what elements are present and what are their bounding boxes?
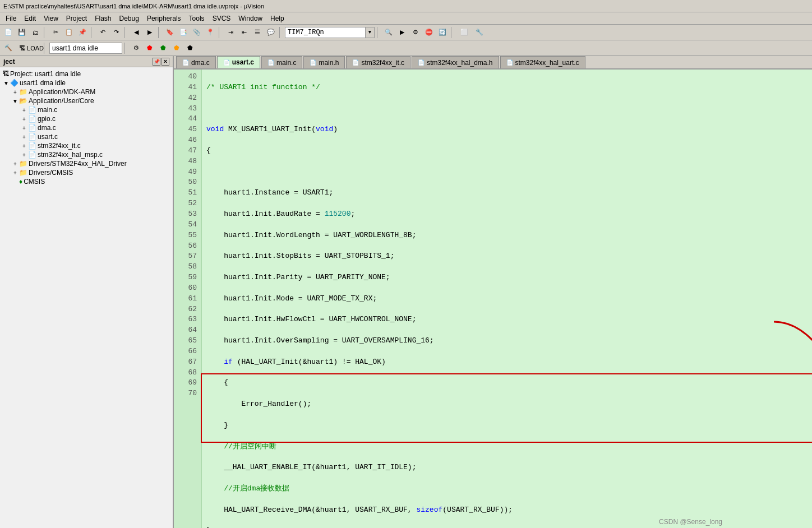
toolbar2: 🔨 🏗 LOAD ⚙ ⬟ ⬟ ⬟ ⬟ xyxy=(0,40,812,56)
menu-item-project[interactable]: Project xyxy=(63,13,90,24)
settings-btn[interactable]: 🔧 xyxy=(473,26,486,39)
tab-dmac[interactable]: 📄 dma.c xyxy=(176,56,216,68)
itc-label: stm32f4xx_it.c xyxy=(38,142,81,150)
copy-btn[interactable]: 📋 xyxy=(63,26,75,39)
itc-toggle[interactable]: + xyxy=(20,143,28,149)
save-btn[interactable]: 💾 xyxy=(16,26,28,39)
cut-btn[interactable]: ✂ xyxy=(49,26,62,39)
haldrv-toggle[interactable]: + xyxy=(11,161,19,167)
usartc-toggle[interactable]: + xyxy=(20,134,28,140)
sidebar-item-usercore[interactable]: ▼ 📂 Application/User/Core xyxy=(0,96,173,105)
bookmark4-btn[interactable]: 📍 xyxy=(204,26,216,39)
paste-btn[interactable]: 📌 xyxy=(76,26,89,39)
sidebar-item-cmsis[interactable]: ♦ CMSIS xyxy=(0,177,173,186)
sidebar-item-haldrv[interactable]: + 📁 Drivers/STM32F4xx_HAL_Driver xyxy=(0,159,173,168)
project-root-item[interactable]: 🏗 Project: usart1 dma idle xyxy=(0,70,173,78)
forward-btn[interactable]: ▶ xyxy=(144,26,156,39)
indent-btn[interactable]: ⇥ xyxy=(224,26,237,39)
menu-item-peripherals[interactable]: Peripherals xyxy=(144,13,184,24)
options2-btn[interactable]: ⬟ xyxy=(184,42,196,54)
stop-btn[interactable]: ⛔ xyxy=(423,26,435,39)
target-input[interactable] xyxy=(49,43,122,54)
unindent-btn[interactable]: ⇤ xyxy=(238,26,250,39)
line-num-61: 61 xyxy=(178,294,197,304)
sidebar-pin-btn[interactable]: 📌 xyxy=(153,58,160,66)
save-all-btn[interactable]: 🗂 xyxy=(29,26,41,39)
find-btn[interactable]: 🔍 xyxy=(382,26,395,39)
menu-item-debug[interactable]: Debug xyxy=(116,13,142,24)
bookmark-btn[interactable]: 🔖 xyxy=(164,26,176,39)
undo-btn[interactable]: ↶ xyxy=(96,26,109,39)
new-file-btn[interactable]: 📄 xyxy=(2,26,15,39)
sidebar-close-btn[interactable]: ✕ xyxy=(162,58,169,66)
comment-btn[interactable]: 💬 xyxy=(265,26,277,39)
function-combo[interactable]: TIM7_IRQn ▼ xyxy=(285,27,375,38)
dmac-toggle[interactable]: + xyxy=(20,125,28,131)
bookmark2-btn[interactable]: 📑 xyxy=(177,26,190,39)
code-line-57: //开启空闲中断 xyxy=(206,442,808,452)
line-num-51: 51 xyxy=(178,188,197,198)
folder-icon-haldrv: 📁 xyxy=(19,160,27,168)
program-btn[interactable]: ⬟ xyxy=(144,42,156,54)
gpioc-toggle[interactable]: + xyxy=(20,116,28,122)
flash-btn[interactable]: ⬟ xyxy=(157,42,169,54)
sep3 xyxy=(124,27,128,38)
code-line-61: } xyxy=(206,526,808,528)
sidebar-item-itc[interactable]: + 📄 stm32f4xx_it.c xyxy=(0,141,173,150)
line-num-48: 48 xyxy=(178,156,197,167)
mspc-toggle[interactable]: + xyxy=(20,152,28,158)
sep7 xyxy=(377,27,380,38)
tab-huart[interactable]: 📄 stm32f4xx_hal_uart.c xyxy=(500,56,585,68)
mdk-label: Application/MDK-ARM xyxy=(29,88,95,96)
tab-hdma[interactable]: 📄 stm32f4xx_hal_dma.h xyxy=(412,56,499,68)
menu-item-help[interactable]: Help xyxy=(267,13,288,24)
menu-item-window[interactable]: Window xyxy=(235,13,266,24)
titlebar-text: E:\STM practice\myhaltest\USART\usart1 d… xyxy=(3,3,264,10)
menu-item-file[interactable]: File xyxy=(2,13,20,24)
root-toggle[interactable]: ▼ xyxy=(2,80,10,86)
reset-btn[interactable]: 🔄 xyxy=(436,26,449,39)
bookmark3-btn[interactable]: 📎 xyxy=(191,26,203,39)
debug-btn[interactable]: ▶ xyxy=(396,26,408,39)
line-num-54: 54 xyxy=(178,220,197,230)
sidebar-item-mainc[interactable]: + 📄 main.c xyxy=(0,105,173,114)
sidebar-item-cmsis-drv[interactable]: + 📁 Drivers/CMSIS xyxy=(0,168,173,177)
tab-mainc[interactable]: 📄 main.c xyxy=(261,56,302,68)
run-btn[interactable]: ⚙ xyxy=(409,26,422,39)
line-num-53: 53 xyxy=(178,209,197,220)
sidebar-item-gpioc[interactable]: + 📄 gpio.c xyxy=(0,114,173,123)
usercore-toggle[interactable]: ▼ xyxy=(11,98,19,104)
sidebar-item-mdk[interactable]: + 📁 Application/MDK-ARM xyxy=(0,87,173,96)
menu-item-view[interactable]: View xyxy=(40,13,62,24)
load-btn[interactable]: LOAD xyxy=(29,42,41,54)
line-num-60: 60 xyxy=(178,283,197,294)
tab-mainh[interactable]: 📄 main.h xyxy=(303,56,345,68)
editor-area[interactable]: 40 41 42 43 44 45 46 47 48 49 50 51 52 5… xyxy=(174,70,812,528)
mdk-toggle[interactable]: + xyxy=(11,89,19,95)
rebuild-btn[interactable]: 🏗 xyxy=(16,42,28,54)
back-btn[interactable]: ◀ xyxy=(130,26,142,39)
root-node[interactable]: ▼ 🔷 usart1 dma idle xyxy=(0,78,173,87)
align-btn[interactable]: ☰ xyxy=(251,26,264,39)
menu-item-flash[interactable]: Flash xyxy=(91,13,114,24)
folder-icon-cmsis-drv: 📁 xyxy=(19,169,27,177)
combo-arrow[interactable]: ▼ xyxy=(365,27,374,38)
code-content[interactable]: /* USART1 init function */ void MX_USART… xyxy=(202,70,812,528)
redo-btn[interactable]: ↷ xyxy=(110,26,122,39)
menu-item-tools[interactable]: Tools xyxy=(186,13,208,24)
sidebar-item-dmac[interactable]: + 📄 dma.c xyxy=(0,123,173,132)
cmsis-drv-toggle[interactable]: + xyxy=(11,170,19,176)
line-num-42: 42 xyxy=(178,93,197,104)
menu-item-svcs[interactable]: SVCS xyxy=(209,13,234,24)
menu-item-edit[interactable]: Edit xyxy=(21,13,39,24)
tab-itc[interactable]: 📄 stm32f4xx_it.c xyxy=(346,56,410,68)
line-num-64: 64 xyxy=(178,325,197,336)
build-btn[interactable]: 🔨 xyxy=(2,42,15,54)
tab-usartc[interactable]: 📄 usart.c xyxy=(217,56,260,68)
sidebar-item-usartc[interactable]: + 📄 usart.c xyxy=(0,132,173,141)
mainc-toggle[interactable]: + xyxy=(20,107,28,113)
options-btn[interactable]: ⬜ xyxy=(456,26,472,39)
manage-btn[interactable]: ⚙ xyxy=(130,42,142,54)
sidebar-item-mspc[interactable]: + 📄 stm32f4xx_hal_msp.c xyxy=(0,150,173,159)
erase-btn[interactable]: ⬟ xyxy=(170,42,183,54)
